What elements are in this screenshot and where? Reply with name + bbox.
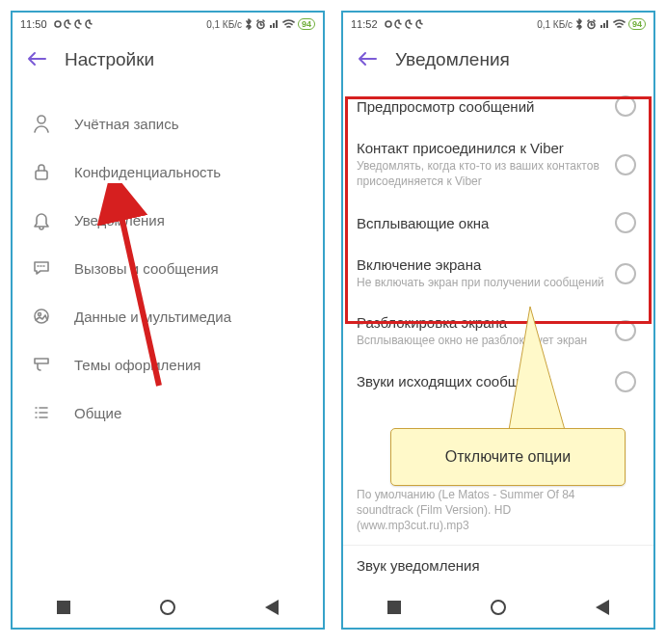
svg-point-2 xyxy=(38,116,45,123)
notif-item-unlock[interactable]: Разблокировка экрана Всплывающее окно не… xyxy=(343,303,653,360)
notif-item-screen-on[interactable]: Включение экрана Не включать экран при п… xyxy=(343,245,653,302)
nav-recent-icon[interactable] xyxy=(387,601,401,614)
bell-icon xyxy=(30,208,53,231)
toggle-radio[interactable] xyxy=(615,263,636,284)
svg-rect-3 xyxy=(36,171,47,179)
nav-recent-icon[interactable] xyxy=(57,601,70,614)
settings-item-privacy[interactable]: Конфиденциальность xyxy=(13,148,323,196)
battery-icon: 94 xyxy=(628,18,646,30)
notif-title: Включение экрана xyxy=(357,256,605,273)
settings-item-label: Вызовы и сообщения xyxy=(74,260,219,277)
status-net: 0,1 КБ/с xyxy=(206,19,242,30)
status-net: 0,1 КБ/с xyxy=(537,19,573,30)
notif-title: Звук уведомления xyxy=(357,557,626,574)
notif-subtitle: Не включать экран при получении сообщени… xyxy=(357,275,605,290)
status-bar: 11:50 0,1 КБ/с 94 xyxy=(13,13,323,36)
page-title: Уведомления xyxy=(395,49,510,70)
toggle-radio[interactable] xyxy=(615,154,636,175)
notif-title: Звуки исходящих сообщений xyxy=(357,373,605,389)
wifi-icon xyxy=(613,19,626,29)
toggle-radio[interactable] xyxy=(615,320,636,341)
settings-item-account[interactable]: Учётная запись xyxy=(13,99,323,148)
notif-subtitle: Всплывающее окно не разблокирует экран xyxy=(357,333,605,348)
status-right: 0,1 КБ/с 94 xyxy=(206,18,315,30)
svg-point-5 xyxy=(39,313,41,316)
signal-icon xyxy=(599,19,610,29)
status-time: 11:52 xyxy=(351,18,378,30)
back-arrow-icon[interactable] xyxy=(26,50,47,69)
settings-item-label: Данные и мультимедиа xyxy=(74,309,231,325)
phone-settings: 11:50 0,1 КБ/с 94 Настройки Учётная запи… xyxy=(11,11,325,630)
wifi-icon xyxy=(282,19,295,29)
toggle-radio[interactable] xyxy=(615,212,636,233)
settings-list: Учётная запись Конфиденциальность Уведом… xyxy=(13,84,323,437)
toggle-radio[interactable] xyxy=(615,371,636,392)
settings-item-label: Общие xyxy=(74,405,121,421)
status-bar: 11:52 0,1 КБ/с 94 xyxy=(343,13,653,36)
notif-title: Всплывающие окна xyxy=(357,215,605,231)
brush-icon xyxy=(30,353,53,376)
notif-item-ringtone[interactable]: По умолчанию (Le Matos - Summer Of 84 so… xyxy=(343,481,653,546)
settings-item-label: Конфиденциальность xyxy=(74,164,221,180)
phone-notifications: 11:52 0,1 КБ/с 94 Уведомления Предпросмо… xyxy=(341,11,655,630)
annotation-callout-text: Отключите опции xyxy=(445,448,571,465)
settings-item-media[interactable]: Данные и мультимедиа xyxy=(13,292,323,340)
settings-item-label: Уведомления xyxy=(74,212,165,228)
notif-subtitle: Уведомлять, когда кто-то из ваших контак… xyxy=(357,158,605,189)
nav-bar xyxy=(343,587,653,628)
status-right: 0,1 КБ/с 94 xyxy=(537,18,646,30)
alarm-icon xyxy=(255,19,266,30)
lock-icon xyxy=(30,160,53,183)
settings-item-label: Учётная запись xyxy=(74,116,179,132)
settings-item-calls[interactable]: Вызовы и сообщения xyxy=(13,244,323,292)
notif-title: Разблокировка экрана xyxy=(357,314,605,331)
settings-item-themes[interactable]: Темы оформления xyxy=(13,340,323,389)
toggle-radio[interactable] xyxy=(615,95,636,117)
alarm-icon xyxy=(586,19,597,30)
nav-home-icon[interactable] xyxy=(160,600,175,615)
nav-back-icon[interactable] xyxy=(596,600,609,615)
user-icon xyxy=(30,112,53,135)
svg-point-6 xyxy=(386,21,391,27)
status-left-icons xyxy=(384,19,425,29)
notif-subtitle: По умолчанию (Le Matos - Summer Of 84 so… xyxy=(357,487,626,534)
notif-item-sound[interactable]: Звук уведомления xyxy=(343,545,653,585)
bluetooth-icon xyxy=(575,18,583,30)
chat-icon xyxy=(30,256,53,280)
notif-item-popups[interactable]: Всплывающие окна xyxy=(343,201,653,245)
settings-item-notifications[interactable]: Уведомления xyxy=(13,196,323,244)
nav-home-icon[interactable] xyxy=(491,600,506,615)
signal-icon xyxy=(269,19,280,29)
settings-item-general[interactable]: Общие xyxy=(13,389,323,437)
nav-bar xyxy=(13,587,323,628)
annotation-callout: Отключите опции xyxy=(390,428,626,486)
status-time: 11:50 xyxy=(20,18,47,30)
page-title: Настройки xyxy=(65,49,154,70)
bluetooth-icon xyxy=(245,18,253,30)
notif-item-preview[interactable]: Предпросмотр сообщений xyxy=(343,84,653,128)
list-icon xyxy=(30,401,53,424)
notifications-list: Предпросмотр сообщений Контакт присоедин… xyxy=(343,84,653,585)
status-left-icons xyxy=(53,19,94,29)
notif-title: Предпросмотр сообщений xyxy=(357,98,605,115)
battery-icon: 94 xyxy=(298,18,315,30)
media-icon xyxy=(30,305,53,328)
notif-item-outgoing-sounds[interactable]: Звуки исходящих сообщений xyxy=(343,360,653,404)
app-header: Настройки xyxy=(13,36,323,84)
settings-item-label: Темы оформления xyxy=(74,357,200,373)
notif-title: Контакт присоединился к Viber xyxy=(357,140,605,156)
app-header: Уведомления xyxy=(343,36,653,84)
nav-back-icon[interactable] xyxy=(265,600,279,615)
back-arrow-icon[interactable] xyxy=(357,50,378,69)
svg-point-0 xyxy=(55,21,61,27)
notif-item-contact-joined[interactable]: Контакт присоединился к Viber Уведомлять… xyxy=(343,128,653,201)
